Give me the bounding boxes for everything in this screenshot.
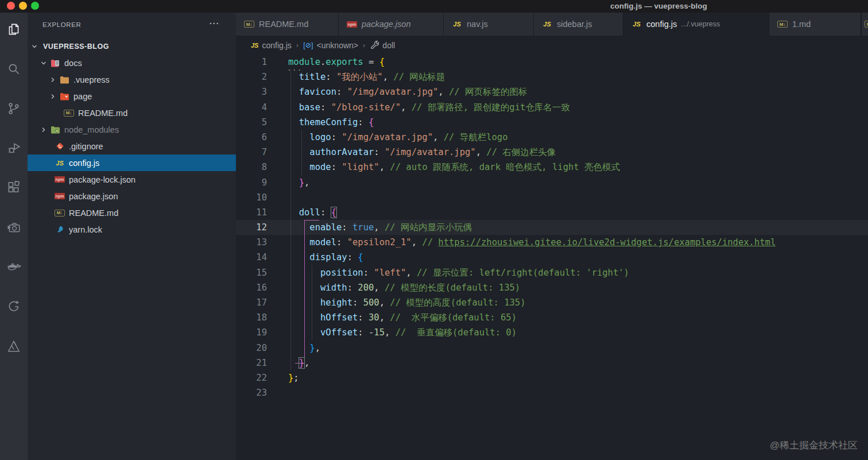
code-line[interactable]: 3 favicon: "/img/avatar.jpg", // 网页标签的图标 [236,84,868,99]
code-line[interactable]: 23 [236,385,868,400]
tree-item-readme-root[interactable]: M↓ README.md [28,204,236,221]
tab-sidebar-js[interactable]: JS sidebar.js [534,13,623,36]
source-control-tab[interactable] [0,94,28,123]
chevron-right-icon [48,92,57,101]
chevron-down-icon [39,59,48,68]
code-line[interactable]: 16 width: 200, // 模型的长度(default: 135) [236,280,868,295]
tree-item-gitignore[interactable]: .gitignore [28,138,236,154]
tree-item-vuepress[interactable]: .vuepress [28,71,236,88]
tree-item-label: README.md [69,208,118,218]
code-text: base: "/blog-site/", // 部署路径, 跟创建的git仓库名… [267,100,570,115]
sidebar-header: EXPLORER ⋯ [28,13,236,38]
code-line[interactable]: 6 logo: "/img/avatar.jpg", // 导航栏logo [236,130,868,145]
gitlens-tab[interactable] [0,292,28,321]
code-line[interactable]: 22}; [236,370,868,385]
code-line[interactable]: 7 authorAvatar: "/img/avatar.jpg", // 右侧… [236,145,868,160]
code-line[interactable]: 2 title: "我的小站", // 网站标题 [236,69,868,84]
explorer-actions-icon[interactable]: ⋯ [209,17,220,29]
tab-1-md[interactable]: M↓ 1.md [769,13,861,36]
folder-icon [59,75,69,84]
tab-partial[interactable]: M↓ [861,13,868,36]
explorer-tab[interactable] [0,15,28,44]
code-line[interactable]: 11 doll: { [236,205,868,220]
tree-item-docs[interactable]: docs [28,55,236,71]
tree-root-vuepress-blog[interactable]: VUEPRESS-BLOG [28,38,236,55]
tree-item-page[interactable]: page [28,88,236,105]
chevron-separator-icon: › [296,41,299,49]
code-line[interactable]: 13 model: "epsilon2_1", // https://zhous… [236,235,868,250]
code-line[interactable]: 9 }, [236,175,868,190]
code-line[interactable]: 21 }, [236,355,868,370]
code-line[interactable]: 10 [236,190,868,205]
line-number: 5 [236,115,267,130]
code-line[interactable]: 18 hOffset: 30, // 水平偏移(default: 65) [236,310,868,325]
code-editor[interactable]: ··· 1module.exports = {2 title: "我的小站", … [236,55,868,460]
code-line[interactable]: 14 display: { [236,250,868,265]
tab-readme-md[interactable]: M↓ README.md [236,13,339,36]
codesnap-tab[interactable] [0,213,28,242]
markdown-icon: M↓ [64,110,74,117]
close-window-icon[interactable] [7,2,15,10]
code-line[interactable]: 20 }, [236,341,868,355]
code-text: }, [267,341,320,355]
tab-bar: M↓ README.md npm package.json JS nav.js … [236,13,868,36]
breadcrumb-doll[interactable]: doll [370,40,395,51]
tree-item-package-lock[interactable]: npm package-lock.json [28,171,236,188]
breadcrumb-symbol[interactable]: [⊘] <unknown> [303,41,358,50]
extensions-icon [6,180,21,195]
tab-label: 1.md [792,20,811,29]
code-line[interactable]: 15 position: "left", // 显示位置: left/right… [236,265,868,280]
wrench-icon [370,40,379,51]
code-line[interactable]: 4 base: "/blog-site/", // 部署路径, 跟创建的git仓… [236,100,868,115]
code-line[interactable]: 1module.exports = { [236,55,868,69]
code-text: }, [267,355,309,370]
tree-root-label: VUEPRESS-BLOG [43,42,109,51]
docs-folder-icon [50,59,60,68]
line-number: 15 [236,265,267,280]
git-icon [55,142,65,151]
tab-config-js[interactable]: JS config.js .../.vuepress [623,13,769,36]
minimize-window-icon[interactable] [19,2,27,10]
extensions-tab[interactable] [0,173,28,202]
code-line[interactable]: 17 height: 500, // 模型的高度(default: 135) [236,295,868,310]
code-line[interactable]: 19 vOffset: -15, // 垂直偏移(default: 0) [236,325,868,340]
line-number: 6 [236,130,267,145]
docker-tab[interactable] [0,253,28,281]
tree-item-node-modules[interactable]: JS node_modules [28,121,236,138]
code-text [267,385,288,400]
activity-bar [0,13,28,460]
code-line[interactable]: 8 mode: "light", // auto 跟随系统, dark 暗色模式… [236,160,868,175]
npm-icon: npm [347,21,357,28]
maximize-window-icon[interactable] [31,2,39,10]
tree-item-label: docs [64,59,82,68]
code-line[interactable]: 12 enable: true, // 网站内显示小玩偶 [236,220,868,235]
line-number: 9 [236,175,267,190]
tab-label: README.md [259,20,308,29]
tree-item-readme-docs[interactable]: M↓ README.md [28,105,236,121]
tour-tab[interactable] [0,332,28,361]
source-control-icon [6,101,21,116]
line-number: 13 [236,235,267,250]
tree-item-config-js[interactable]: JS config.js [28,154,236,171]
tree-item-yarn-lock[interactable]: yarn.lock [28,221,236,238]
code-text: logo: "/img/avatar.jpg", // 导航栏logo [267,130,507,145]
breadcrumb-file[interactable]: JS config.js [251,41,292,50]
line-number: 18 [236,310,267,325]
breadcrumb-label: <unknown> [317,41,358,50]
markdown-icon: M↓ [55,210,65,217]
code-text: module.exports = { [267,55,385,69]
watermark: @稀土掘金技术社区 [770,439,858,452]
tree-item-label: config.js [69,159,99,168]
run-debug-tab[interactable] [0,134,28,163]
tab-nav-js[interactable]: JS nav.js [444,13,534,36]
svg-text:JS: JS [55,130,59,133]
js-icon: JS [452,20,462,29]
page-folder-icon [59,92,69,101]
search-tab[interactable] [0,55,28,83]
tab-package-json[interactable]: npm package.json [339,13,444,36]
code-line[interactable]: 5 themeConfig: { [236,115,868,130]
line-number: 20 [236,341,267,355]
code-text: model: "epsilon2_1", // https://zhousiwe… [267,235,776,250]
tree-item-package-json[interactable]: npm package.json [28,188,236,204]
js-icon: JS [251,42,258,49]
